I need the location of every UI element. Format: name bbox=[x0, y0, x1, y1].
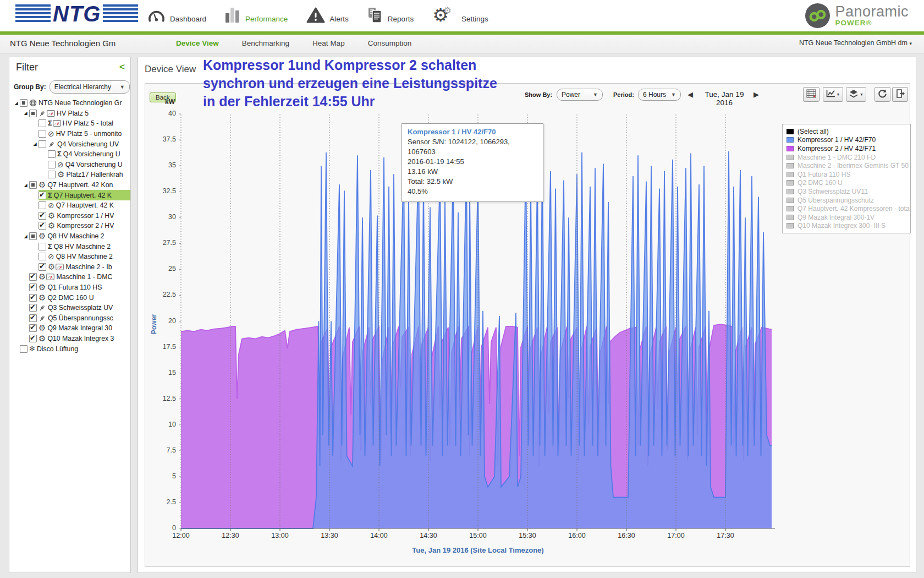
layers-icon bbox=[849, 89, 859, 100]
checkbox[interactable] bbox=[29, 232, 37, 240]
tree-item[interactable]: ◢⚙Q8 HV Maschine 2 bbox=[12, 231, 130, 242]
checkbox[interactable] bbox=[38, 130, 46, 138]
checkbox[interactable] bbox=[48, 161, 56, 168]
group-by-select[interactable]: Electrical Hierarchy▼ bbox=[50, 80, 130, 94]
checkbox[interactable] bbox=[29, 273, 37, 281]
chevron-down-icon: ▼ bbox=[837, 92, 840, 96]
checkbox[interactable] bbox=[29, 324, 37, 332]
legend-item[interactable]: Q5 Überspannungsschutz bbox=[787, 196, 906, 205]
tree-item[interactable]: ◢HV Platz 5 bbox=[12, 108, 130, 119]
tree-item[interactable]: ΣHV Platz 5 - total bbox=[12, 118, 130, 129]
layers-button[interactable]: ▼ bbox=[846, 87, 866, 102]
tree-item-label: Q7 Hauptvert. 42 Kon bbox=[46, 181, 113, 189]
period-select[interactable]: 6 Hours▼ bbox=[638, 89, 681, 101]
checkbox[interactable] bbox=[29, 335, 37, 342]
legend-item[interactable]: Q3 Schweissplatz UV11 bbox=[787, 187, 906, 196]
tab-device-view[interactable]: Device View bbox=[176, 39, 219, 47]
tree-item-label: Q3 Schweissplatz UV bbox=[47, 304, 113, 312]
legend-item[interactable]: Q1 Futura 110 HS bbox=[787, 170, 906, 179]
sigma-icon: Σ bbox=[48, 243, 52, 250]
tree-item[interactable]: ◢Q4 Vorsicherung UV bbox=[12, 139, 130, 149]
checkbox[interactable] bbox=[29, 294, 37, 302]
tree-item[interactable]: ⚙Maschine 1 - DMC bbox=[12, 272, 130, 282]
tree-item[interactable]: ⚙Kompressor 1 / HV bbox=[12, 211, 130, 221]
tree-item[interactable]: ⊘Q8 HV Maschine 2 bbox=[12, 252, 130, 262]
checkbox[interactable] bbox=[29, 304, 37, 312]
legend-item[interactable]: Q7 Hauptvert. 42 Kompressoren - total bbox=[787, 204, 906, 213]
checkbox[interactable] bbox=[29, 283, 37, 291]
tree-item[interactable]: Q3 Schweissplatz UV bbox=[12, 303, 130, 313]
checkbox[interactable] bbox=[20, 99, 28, 107]
checkbox[interactable] bbox=[38, 243, 46, 250]
legend-item[interactable]: Q10 Mazak Integrex 300- III S bbox=[787, 222, 906, 231]
tree-item[interactable]: ⚙Q10 Mazak Integrex 3 bbox=[12, 334, 130, 344]
checkbox[interactable] bbox=[38, 263, 46, 271]
nav-item-dashboard[interactable]: Dashboard bbox=[147, 7, 206, 25]
tree-item[interactable]: ⊘HV Platz 5 - unmonito bbox=[12, 129, 130, 139]
next-day-button[interactable]: ▶ bbox=[754, 90, 759, 99]
legend-item[interactable]: (Select all) bbox=[787, 127, 906, 136]
x-tick-label: 12:30 bbox=[218, 532, 243, 539]
nav-item-settings[interactable]: ⚙⚙Settings bbox=[432, 7, 488, 25]
checkbox[interactable] bbox=[38, 192, 46, 199]
checkbox[interactable] bbox=[38, 212, 46, 220]
checkbox[interactable] bbox=[48, 150, 56, 158]
checkbox[interactable] bbox=[48, 171, 56, 178]
chevron-down-icon: ▼ bbox=[671, 92, 676, 97]
tree-item[interactable]: ◢NTG Neue Technologien Gr bbox=[12, 98, 130, 108]
tab-heat-map[interactable]: Heat Map bbox=[312, 39, 345, 47]
collapse-sidebar-button[interactable]: < bbox=[119, 62, 125, 73]
legend-item[interactable]: Q2 DMC 160 U bbox=[787, 179, 906, 188]
tree-item[interactable]: ⊘Q4 Vorsicherung U bbox=[12, 160, 130, 170]
checkbox[interactable] bbox=[38, 140, 46, 148]
tree-item[interactable]: ⚙Q1 Futura 110 HS bbox=[12, 282, 130, 293]
checkbox[interactable] bbox=[38, 253, 46, 260]
expand-arrow-icon[interactable]: ◢ bbox=[22, 234, 29, 239]
tree-item[interactable]: ΣQ4 Vorsicherung U bbox=[12, 149, 130, 160]
tree-item[interactable]: ΣQ7 Hauptvert. 42 K bbox=[12, 190, 130, 200]
legend-label: Q2 DMC 160 U bbox=[798, 179, 843, 187]
tree-item[interactable]: ⚙Kompressor 2 / HV bbox=[12, 221, 130, 231]
tab-benchmarking[interactable]: Benchmarking bbox=[242, 39, 289, 47]
checkbox[interactable] bbox=[20, 345, 28, 353]
legend-item[interactable]: Q9 Mazak Integral 300-1V bbox=[787, 213, 906, 222]
tab-consumption[interactable]: Consumption bbox=[368, 39, 412, 47]
nav-item-performance[interactable]: Performance bbox=[225, 7, 288, 25]
show-by-select[interactable]: Power▼ bbox=[557, 89, 603, 101]
legend-item[interactable]: Maschine 2 - Iberimex Geminis GT 50 bbox=[787, 161, 906, 170]
account-menu[interactable]: NTG Neue Technologien GmbH dm ▾ bbox=[799, 39, 912, 47]
legend-item[interactable]: Kompressor 2 / HV 42/F71 bbox=[787, 144, 906, 153]
legend-label: Q7 Hauptvert. 42 Kompressoren - total bbox=[798, 205, 911, 212]
legend-item[interactable]: Kompressor 1 / HV 42/F70 bbox=[787, 136, 906, 145]
data-table-button[interactable] bbox=[803, 87, 820, 102]
checkbox[interactable] bbox=[29, 314, 37, 322]
refresh-button[interactable] bbox=[875, 87, 890, 102]
x-tick-label: 13:00 bbox=[268, 532, 292, 539]
tree-item[interactable]: Q5 Überspannungssc bbox=[12, 313, 130, 323]
prev-day-button[interactable]: ◀ bbox=[688, 90, 693, 99]
checkbox[interactable] bbox=[38, 222, 46, 230]
export-button[interactable] bbox=[892, 87, 908, 102]
tree-item[interactable]: ⚙Platz17 Hallenkrah bbox=[12, 170, 130, 180]
tree-item[interactable]: ◢⚙Q7 Hauptvert. 42 Kon bbox=[12, 180, 130, 190]
legend-item[interactable]: Maschine 1 - DMC 210 FD bbox=[787, 153, 906, 162]
tree-item[interactable]: ⚙Q2 DMC 160 U bbox=[12, 292, 130, 303]
expand-arrow-icon[interactable]: ◢ bbox=[13, 101, 20, 106]
gear-icon: ⚙ bbox=[48, 222, 55, 230]
tree-item[interactable]: ΣQ8 HV Maschine 2 bbox=[12, 241, 130, 252]
checkbox[interactable] bbox=[29, 110, 37, 117]
nav-item-reports[interactable]: Reports bbox=[367, 7, 414, 25]
tree-item[interactable]: ⚙Maschine 2 - Ib bbox=[12, 262, 130, 272]
chart-type-button[interactable]: ▼ bbox=[823, 87, 843, 102]
tree-item[interactable]: ✻Disco Lüftung bbox=[12, 343, 130, 354]
tree-item[interactable]: ⚙Q9 Mazak Integral 30 bbox=[12, 323, 130, 334]
tree-item-label: Q9 Mazak Integral 30 bbox=[46, 324, 112, 332]
expand-arrow-icon[interactable]: ◢ bbox=[31, 141, 38, 146]
expand-arrow-icon[interactable]: ◢ bbox=[22, 111, 29, 116]
checkbox[interactable] bbox=[29, 181, 37, 189]
checkbox[interactable] bbox=[38, 201, 46, 209]
expand-arrow-icon[interactable]: ◢ bbox=[22, 183, 29, 188]
tree-item[interactable]: ⊘Q7 Hauptvert. 42 K bbox=[12, 200, 130, 211]
nav-item-alerts[interactable]: Alerts bbox=[306, 7, 349, 25]
checkbox[interactable] bbox=[38, 119, 46, 127]
